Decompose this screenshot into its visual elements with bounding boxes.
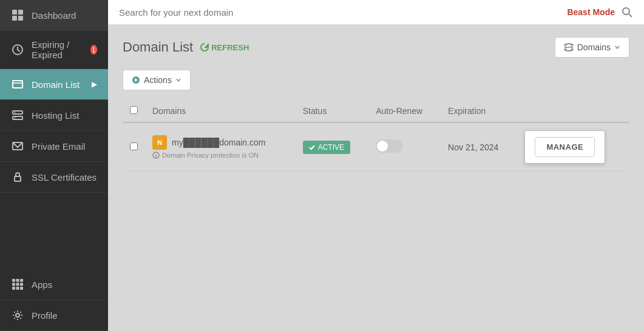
svg-rect-1 — [18, 10, 23, 15]
svg-point-9 — [15, 112, 16, 113]
col-auto-renew: Auto-Renew — [368, 100, 441, 122]
content-header: Domain List REFRESH Domains — [123, 37, 629, 58]
expiring-badge: 1 — [90, 45, 98, 55]
col-checkbox — [123, 100, 145, 122]
manage-box: MANAGE — [524, 130, 605, 164]
domain-logo-icon: N — [152, 135, 167, 150]
email-icon — [11, 139, 24, 153]
sidebar-item-dashboard[interactable]: Dashboard — [0, 0, 108, 31]
svg-rect-17 — [16, 283, 19, 286]
title-row: Domain List REFRESH — [123, 39, 249, 55]
auto-renew-cell — [368, 122, 441, 172]
row-checkbox-cell — [123, 122, 145, 172]
search-button[interactable] — [621, 6, 633, 18]
domains-button-label: Domains — [577, 42, 611, 52]
actions-dropdown-button[interactable]: Actions — [123, 70, 191, 90]
domain-name[interactable]: my██████domain.com — [172, 138, 265, 147]
sidebar-item-domain-list[interactable]: Domain List ▶ — [0, 69, 108, 100]
table-row: N my██████domain.com Domain Pr — [123, 122, 629, 172]
col-expiration: Expiration — [441, 100, 517, 122]
sidebar-item-apps[interactable]: Apps — [0, 269, 108, 300]
svg-rect-5 — [13, 81, 22, 88]
svg-rect-2 — [12, 16, 17, 21]
svg-rect-19 — [12, 287, 15, 290]
sidebar: Dashboard Expiring / Expired 1 Domain Li… — [0, 0, 108, 331]
sidebar-item-label: Private Email — [32, 141, 85, 152]
svg-rect-7 — [13, 111, 22, 114]
search-input[interactable] — [119, 7, 561, 18]
svg-rect-8 — [13, 116, 22, 119]
svg-rect-21 — [20, 287, 23, 290]
sidebar-item-label: SSL Certificates — [32, 172, 97, 182]
svg-line-24 — [629, 14, 632, 17]
topbar: Beast Mode — [108, 0, 644, 25]
sidebar-item-expiring[interactable]: Expiring / Expired 1 — [0, 31, 108, 69]
gear-icon — [11, 309, 24, 322]
col-status: Status — [296, 100, 368, 122]
svg-point-22 — [16, 313, 19, 317]
domain-icon — [11, 78, 24, 91]
svg-rect-12 — [15, 176, 21, 181]
manage-cell: MANAGE — [517, 122, 629, 172]
row-checkbox[interactable] — [130, 142, 138, 150]
select-all-checkbox[interactable] — [130, 106, 138, 114]
actions-row: Actions — [123, 70, 629, 90]
svg-point-23 — [623, 8, 629, 15]
beast-mode-button[interactable]: Beast Mode — [567, 7, 615, 17]
svg-rect-15 — [20, 279, 23, 282]
svg-rect-16 — [12, 283, 15, 286]
clock-icon — [11, 43, 24, 56]
content-area: Domain List REFRESH Domains — [108, 25, 644, 331]
sidebar-active-arrow: ▶ — [92, 80, 97, 89]
sidebar-item-profile[interactable]: Profile — [0, 300, 108, 331]
actions-label: Actions — [144, 75, 172, 85]
refresh-button[interactable]: REFRESH — [200, 43, 249, 52]
svg-rect-0 — [12, 10, 17, 15]
sidebar-item-label: Profile — [32, 310, 58, 321]
page-title: Domain List — [123, 39, 193, 55]
lock-icon — [11, 170, 24, 184]
auto-renew-toggle[interactable] — [376, 139, 402, 153]
domain-name-cell: N my██████domain.com Domain Pr — [145, 122, 296, 172]
privacy-label: Domain Privacy protection is ON — [162, 152, 259, 159]
svg-rect-14 — [16, 279, 19, 282]
status-cell: ACTIVE — [296, 122, 368, 172]
sidebar-item-label: Domain List — [32, 79, 80, 90]
privacy-info: Domain Privacy protection is ON — [152, 152, 288, 159]
domain-name-content: N my██████domain.com Domain Pr — [152, 135, 288, 159]
col-actions — [517, 100, 629, 122]
svg-rect-3 — [18, 16, 23, 21]
manage-button[interactable]: MANAGE — [535, 137, 595, 157]
apps-icon — [11, 278, 24, 291]
domain-name-row: N my██████domain.com — [152, 135, 288, 150]
dashboard-icon — [11, 8, 24, 22]
svg-rect-13 — [12, 279, 15, 282]
svg-rect-18 — [20, 283, 23, 286]
table-header-row: Domains Status Auto-Renew Expiration — [123, 100, 629, 122]
hosting-icon — [11, 109, 24, 122]
domain-table: Domains Status Auto-Renew Expiration — [123, 100, 629, 172]
toggle-knob — [377, 141, 388, 152]
col-domains: Domains — [145, 100, 296, 122]
sidebar-item-private-email[interactable]: Private Email — [0, 131, 108, 162]
svg-rect-20 — [16, 287, 19, 290]
expiration-cell: Nov 21, 2024 — [441, 122, 517, 172]
sidebar-item-label: Hosting List — [32, 110, 79, 121]
main-content: Beast Mode Domain List REFRESH — [108, 0, 644, 331]
sidebar-item-hosting-list[interactable]: Hosting List — [0, 100, 108, 131]
sidebar-item-label: Expiring / Expired — [32, 39, 83, 60]
status-badge: ACTIVE — [303, 141, 350, 154]
svg-point-10 — [15, 118, 16, 119]
svg-point-30 — [156, 153, 157, 154]
sidebar-item-ssl[interactable]: SSL Certificates — [0, 162, 108, 193]
refresh-label: REFRESH — [211, 43, 249, 52]
expiration-date: Nov 21, 2024 — [448, 142, 498, 152]
domains-dropdown-button[interactable]: Domains — [555, 37, 629, 58]
sidebar-item-label: Apps — [32, 279, 52, 290]
sidebar-item-label: Dashboard — [32, 10, 76, 21]
